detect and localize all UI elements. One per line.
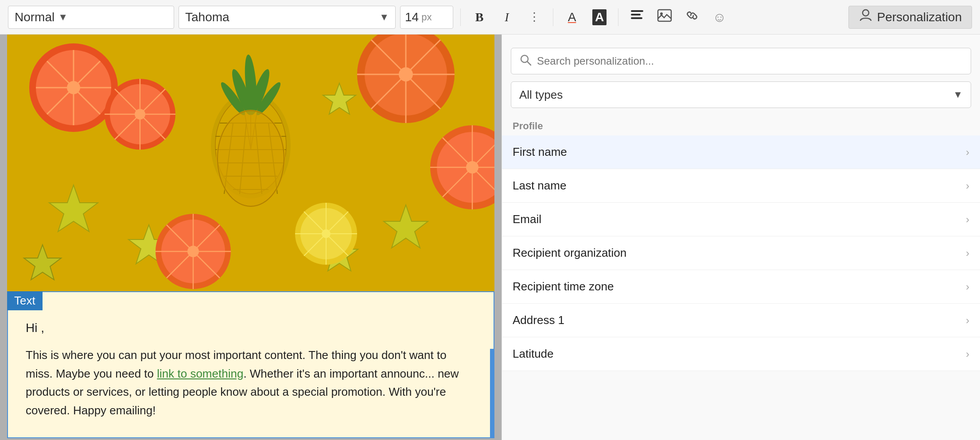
profile-item-recipient-tz[interactable]: Recipient time zone › [502,270,980,304]
first-name-label: First name [513,145,567,159]
style-label: Normal [15,10,54,24]
link-button[interactable] [681,6,704,29]
text-editor-block[interactable]: Text Hi , This is where you can put your… [7,291,494,438]
more-options-button[interactable]: ⋮ [523,6,546,29]
italic-button[interactable]: I [495,6,518,29]
divider-2 [553,8,553,26]
emoji-button[interactable]: ☺ [708,6,731,29]
email-chevron-icon: › [966,213,969,226]
align-button[interactable] [626,6,649,29]
image-icon [657,9,672,25]
font-color-icon: A [568,10,576,24]
font-label: Tahoma [185,10,229,24]
profile-item-recipient-org[interactable]: Recipient organization › [502,236,980,270]
filter-dropdown[interactable]: All types ▼ [511,81,971,108]
divider-1 [460,8,461,26]
latitude-label: Latitude [513,347,554,361]
first-name-chevron-icon: › [966,146,969,158]
latitude-chevron-icon: › [966,348,969,360]
profile-item-address1[interactable]: Address 1 › [502,304,980,337]
filter-chevron-icon: ▼ [953,89,963,100]
person-icon [859,8,873,26]
image-button[interactable] [653,6,676,29]
font-size-input[interactable]: 14 px [400,6,453,29]
px-label: px [421,12,432,23]
svg-point-28 [216,110,285,207]
svg-line-79 [527,62,531,65]
personalization-panel: All types ▼ Profile First name › Last na… [502,35,980,440]
toolbar: Normal ▼ Tahoma ▼ 14 px B I ⋮ A A [0,0,980,35]
recipient-tz-label: Recipient time zone [513,280,614,293]
blue-resize-bar[interactable] [490,349,494,437]
email-container: Text Hi , This is where you can put your… [7,35,494,438]
last-name-chevron-icon: › [966,180,969,192]
font-size-value: 14 [405,10,419,24]
address1-chevron-icon: › [966,314,969,327]
address1-label: Address 1 [513,313,564,327]
align-icon [630,9,644,25]
content-area: Text Hi , This is where you can put your… [0,35,980,440]
link-icon [684,9,700,25]
bold-button[interactable]: B [468,6,491,29]
svg-rect-3 [658,10,671,21]
svg-rect-2 [631,17,642,19]
text-label: Text [7,291,43,310]
profile-item-first-name[interactable]: First name › [502,135,980,169]
emoji-icon: ☺ [713,10,727,25]
last-name-label: Last name [513,179,566,193]
svg-rect-0 [631,10,643,12]
personalization-label: Personalization [877,10,962,24]
filter-label: All types [519,88,563,102]
fruit-image-block [7,35,494,291]
recipient-tz-chevron-icon: › [966,281,969,293]
recipient-org-label: Recipient organization [513,246,626,260]
recipient-org-chevron-icon: › [966,247,969,259]
personalization-button[interactable]: Personalization [848,6,972,29]
style-chevron-icon: ▼ [58,12,68,23]
search-input[interactable] [537,55,963,67]
text-content: Hi , This is where you can put your most… [8,292,494,437]
style-select[interactable]: Normal ▼ [8,6,174,29]
font-bg-button[interactable]: A [588,6,611,29]
link-text[interactable]: link to something [157,367,243,380]
font-chevron-icon: ▼ [379,12,389,23]
font-color-button[interactable]: A [560,6,583,29]
email-label: Email [513,212,541,226]
search-bar[interactable] [511,48,971,74]
svg-point-5 [863,10,869,16]
hi-line: Hi , [26,319,476,337]
svg-rect-1 [631,14,641,15]
profile-item-email[interactable]: Email › [502,203,980,236]
profile-section-label: Profile [502,117,980,135]
profile-item-latitude[interactable]: Latitude › [502,337,980,371]
search-icon [519,54,532,69]
font-select[interactable]: Tahoma ▼ [179,6,396,29]
divider-3 [618,8,618,26]
editor-area: Text Hi , This is where you can put your… [0,35,502,440]
body-text: This is where you can put your most impo… [26,346,476,420]
profile-item-last-name[interactable]: Last name › [502,169,980,203]
font-bg-icon: A [592,9,607,25]
